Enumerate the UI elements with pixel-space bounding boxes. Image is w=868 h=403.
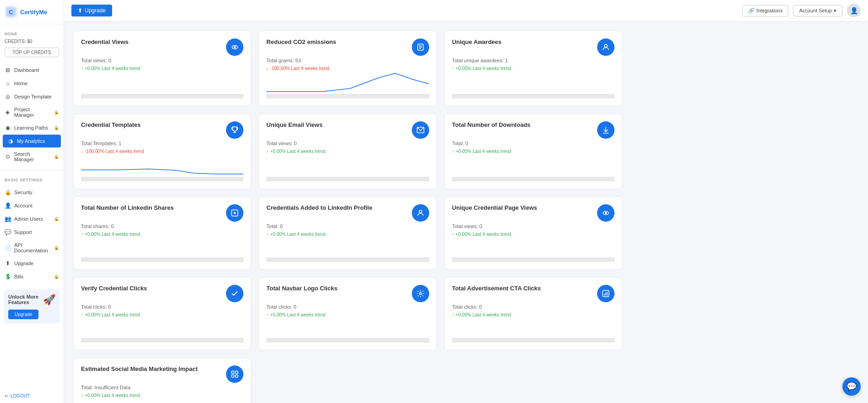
metric-card-credential-templates: Credential Templates Total Templates: 1 … [73,114,251,189]
trend-arrow: ↑ [452,149,454,154]
metric-card-credential-views: Credential Views Total views: 0 ↑ +0.00%… [73,31,251,106]
card-trend: ↑ +0.00% Last 4 weeks trend [81,232,243,237]
unlock-upgrade-button[interactable]: Upgrade [8,310,38,319]
metrics-grid: Credential Views Total views: 0 ↑ +0.00%… [73,31,622,403]
integrations-button[interactable]: 🔗 Integrations [742,5,788,16]
sidebar-item-api-documentation[interactable]: 📄 API Documentation 🔒 [0,239,64,256]
logout-button[interactable]: ↩ LOGOUT [0,389,64,403]
metric-chart [266,71,429,94]
card-header: Credentials Added to LinkedIn Profile [266,204,429,222]
bills-icon: 💲 [5,273,11,280]
card-value: Total views: 0 [81,58,243,63]
metric-card-social-media: Estimated Social Media Marketing Impact … [73,358,251,403]
trend-text: +0.00% Last 4 weeks trend [456,66,511,71]
svg-rect-26 [232,371,234,373]
metric-card-linkedin-shares: Total Number of Linkedin Shares Total sh… [73,196,251,270]
card-trend: ↓ -100.00% Last 4 weeks trend [81,149,243,154]
trend-text: +0.00% Last 4 weeks trend [456,232,511,237]
sidebar-item-search-manager[interactable]: ⊙ Search Manager 🔒 [0,148,64,165]
chat-button[interactable]: 💬 [842,377,861,396]
card-title: Unique Awardees [452,38,597,45]
topbar: ⬆ Upgrade 🔗 Integrations Account Setup ▾… [64,0,868,22]
user-avatar: 👤 [847,4,861,17]
trend-text: +0.00% Last 4 weeks trend [270,232,325,237]
lock-icon: 🔒 [54,274,59,279]
section-none-label: NONE [0,27,64,38]
sidebar-item-label: API Documentation [14,242,51,253]
sidebar-item-support[interactable]: 💬 Support [0,226,64,239]
card-value: Total grams: 53 [266,58,429,63]
trend-text: +0.00% Last 4 weeks trend [270,312,325,317]
dashboard-icon: ⊞ [5,67,11,73]
card-title: Total Number of Downloads [452,121,597,128]
trend-arrow: ↑ [266,232,269,237]
card-header: Total Advertisement CTA Clicks [452,285,615,302]
card-icon [412,285,429,302]
topup-button[interactable]: TOP-UP CREDITS [5,48,59,57]
svg-rect-24 [605,293,606,296]
sidebar-item-label: Support [14,229,32,235]
account-dropdown-icon: ▾ [834,8,836,14]
svg-point-9 [604,44,607,47]
account-setup-button[interactable]: Account Setup ▾ [793,5,842,16]
security-icon: 🔒 [5,189,11,196]
card-icon [597,204,615,222]
svg-rect-23 [604,294,605,296]
trend-arrow: ↑ [81,232,83,237]
metric-card-reduced-co2: Reduced CO2 emissions Total grams: 53 ↓ … [259,31,437,106]
sidebar-item-upgrade[interactable]: ⬆ Upgrade [0,257,64,270]
svg-rect-27 [236,371,238,373]
sidebar-item-admin-users[interactable]: 👥 Admin Users 🔒 [0,212,64,225]
card-trend: ↑ +0.00% Last 4 weeks trend [81,66,243,71]
trend-arrow: ↑ [81,66,83,71]
trend-text: +0.00% Last 4 weeks trend [456,312,511,317]
sidebar-item-bills[interactable]: 💲 Bills 🔒 [0,270,64,283]
card-icon [226,365,243,383]
trend-arrow: ↑ [452,232,454,237]
sidebar-item-project-manager[interactable]: ◈ Project Manager 🔒 [0,103,64,121]
logout-icon: ↩ [5,393,8,398]
upgrade-label: Upgrade [85,7,106,14]
sidebar-item-account[interactable]: 👤 Account [0,199,64,212]
card-header: Total Number of Linkedin Shares [81,204,243,222]
card-trend: ↑ +0.00% Last 4 weeks trend [266,149,429,154]
sidebar-item-learning-paths[interactable]: ◉ Learning Paths 🔒 [0,121,64,134]
credits-label: CREDITS: $0 [0,38,64,46]
sidebar-item-home[interactable]: ⌂ Home [0,77,64,90]
card-title: Total Navbar Logo Clicks [266,285,411,292]
sidebar-item-label: My Analytics [17,138,45,144]
trend-arrow: ↑ [452,66,454,71]
upgrade-button[interactable]: ⬆ Upgrade [71,5,112,16]
card-title: Credential Templates [81,121,226,128]
card-header: Estimated Social Media Marketing Impact [81,365,243,383]
chat-icon: 💬 [846,381,857,392]
trend-text: -100.00% Last 4 weeks trend [85,149,144,154]
settings-nav: 🔒 Security 👤 Account 👥 Admin Users 🔒 💬 S… [0,184,64,285]
card-icon [412,121,429,139]
sidebar-item-label: Project Manager [14,107,51,118]
search-manager-icon: ⊙ [5,153,11,160]
sidebar-item-security[interactable]: 🔒 Security [0,186,64,199]
card-value: Total clicks: 0 [452,304,615,310]
lock-icon: 🔒 [54,217,59,221]
card-title: Estimated Social Media Marketing Impact [81,365,226,372]
svg-point-4 [234,47,236,48]
sidebar-item-label: Learning Paths [14,125,48,131]
learning-paths-icon: ◉ [5,125,11,131]
trend-text: +0.00% Last 4 weeks trend [85,232,140,237]
svg-rect-25 [607,292,608,295]
content-area: Credential Views Total views: 0 ↑ +0.00%… [64,22,868,403]
sidebar-item-design-template[interactable]: ◎ Design Template [0,90,64,103]
sidebar-item-dashboard[interactable]: ⊞ Dashboard [0,64,64,76]
trend-arrow: ↑ [266,149,269,154]
card-icon [226,38,243,56]
card-trend: ↑ +0.00% Last 4 weeks trend [452,232,615,237]
card-value: Total views: 0 [452,223,615,229]
sidebar-item-my-analytics[interactable]: ◑ My Analytics [3,135,61,147]
main-area: ⬆ Upgrade 🔗 Integrations Account Setup ▾… [64,0,868,403]
card-value: Total: 0 [452,141,615,146]
card-title: Verify Credential Clicks [81,285,226,292]
sidebar-item-label: Home [14,81,27,86]
svg-point-21 [419,293,421,295]
lock-icon: 🔒 [54,154,59,159]
